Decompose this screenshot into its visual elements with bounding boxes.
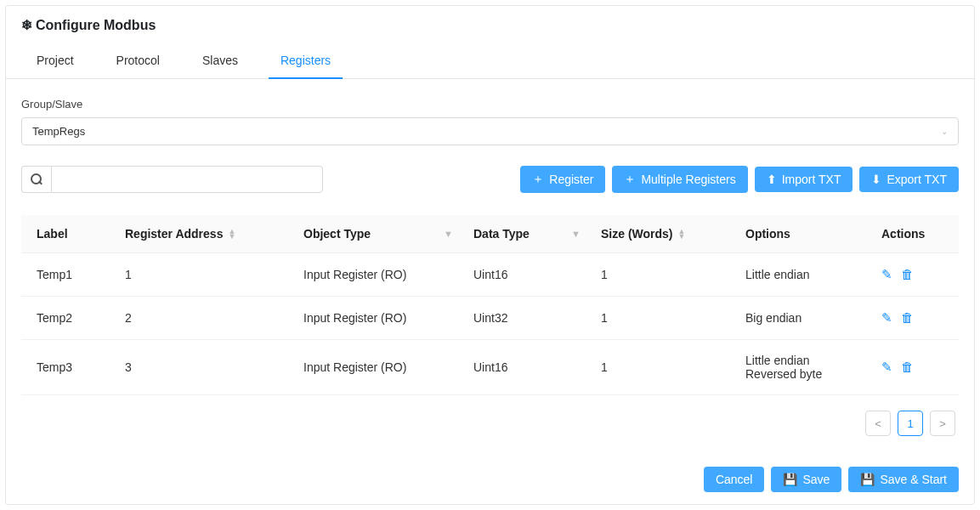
page-prev-button[interactable]: < <box>865 411 891 436</box>
cell-data_type: Uint32 <box>463 297 591 340</box>
panel-title-row: ❄ Configure Modbus <box>21 18 959 33</box>
cell-address: 1 <box>115 253 293 297</box>
registers-table: Label Register Address ▲▼ Object Type ▼ <box>21 215 959 395</box>
edit-icon[interactable]: ✎ <box>881 310 892 326</box>
search-icon <box>31 173 42 185</box>
add-multiple-registers-button[interactable]: ＋ Multiple Registers <box>612 166 747 193</box>
cell-options: Big endian <box>735 297 871 340</box>
tab-protocol[interactable]: Protocol <box>105 43 172 78</box>
table-header: Label Register Address ▲▼ Object Type ▼ <box>21 215 959 253</box>
tab-registers[interactable]: Registers <box>269 43 343 79</box>
filter-icon[interactable]: ▼ <box>571 229 581 239</box>
cell-actions: ✎🗑 <box>871 340 959 395</box>
col-label: Label <box>37 227 68 241</box>
table-row: Temp22Input Register (RO)Uint321Big endi… <box>21 297 959 340</box>
search-icon-box[interactable] <box>21 166 51 193</box>
filter-icon[interactable]: ▼ <box>444 229 453 239</box>
panel-header: ❄ Configure Modbus <box>6 6 974 33</box>
cell-label: Temp2 <box>21 297 115 340</box>
search-group <box>21 166 323 193</box>
toolbar: ＋ Register ＋ Multiple Registers ⬆ Import… <box>21 166 959 193</box>
modbus-config-panel: ❄ Configure Modbus Project Protocol Slav… <box>5 5 975 505</box>
cell-object_type: Input Register (RO) <box>293 340 463 395</box>
group-slave-value: TempRegs <box>32 125 85 138</box>
save-button[interactable]: 💾 Save <box>771 467 841 492</box>
sort-icon[interactable]: ▲▼ <box>678 229 686 239</box>
cell-object_type: Input Register (RO) <box>293 297 463 340</box>
cell-data_type: Uint16 <box>463 340 591 395</box>
cell-object_type: Input Register (RO) <box>293 253 463 297</box>
delete-icon[interactable]: 🗑 <box>901 310 914 326</box>
cell-options: Little endianReversed byte <box>735 340 871 395</box>
cell-options: Little endian <box>735 253 871 297</box>
tab-content: Group/Slave TempRegs ⌄ ＋ Register ＋ Mult… <box>6 79 974 451</box>
cancel-button[interactable]: Cancel <box>704 467 765 492</box>
export-txt-button[interactable]: ⬇ Export TXT <box>859 167 959 192</box>
page-1-button[interactable]: 1 <box>898 411 923 436</box>
pagination: < 1 > <box>21 411 959 436</box>
chevron-down-icon: ⌄ <box>941 127 948 136</box>
import-txt-button[interactable]: ⬆ Import TXT <box>755 167 853 192</box>
cell-actions: ✎🗑 <box>871 253 959 297</box>
tab-project[interactable]: Project <box>25 43 86 78</box>
col-register-address: Register Address <box>125 227 223 241</box>
action-buttons: ＋ Register ＋ Multiple Registers ⬆ Import… <box>520 166 959 193</box>
gear-icon: ❄ <box>21 19 32 32</box>
edit-icon[interactable]: ✎ <box>881 267 892 282</box>
cell-label: Temp1 <box>21 253 115 297</box>
cell-size: 1 <box>591 253 735 297</box>
footer-buttons: Cancel 💾 Save 💾 Save & Start <box>704 467 959 492</box>
edit-icon[interactable]: ✎ <box>881 360 892 375</box>
search-input[interactable] <box>51 166 323 193</box>
delete-icon[interactable]: 🗑 <box>901 267 914 282</box>
save-icon: 💾 <box>860 473 875 486</box>
upload-icon: ⬆ <box>767 173 777 186</box>
tab-slaves[interactable]: Slaves <box>190 43 250 78</box>
cell-size: 1 <box>591 297 735 340</box>
col-actions: Actions <box>881 227 925 241</box>
delete-icon[interactable]: 🗑 <box>901 360 914 375</box>
tab-bar: Project Protocol Slaves Registers <box>6 43 974 79</box>
table-row: Temp33Input Register (RO)Uint161Little e… <box>21 340 959 395</box>
download-icon: ⬇ <box>871 173 881 186</box>
col-options: Options <box>745 227 790 241</box>
table-body: Temp11Input Register (RO)Uint161Little e… <box>21 253 959 395</box>
col-size: Size (Words) <box>601 227 673 241</box>
cell-address: 3 <box>115 340 293 395</box>
cell-data_type: Uint16 <box>463 253 591 297</box>
cell-address: 2 <box>115 297 293 340</box>
group-slave-select[interactable]: TempRegs ⌄ <box>21 117 959 145</box>
cell-size: 1 <box>591 340 735 395</box>
add-register-button[interactable]: ＋ Register <box>520 166 605 193</box>
save-icon: 💾 <box>783 473 797 486</box>
cell-actions: ✎🗑 <box>871 297 959 340</box>
group-slave-label: Group/Slave <box>21 98 959 110</box>
plus-icon: ＋ <box>532 172 544 187</box>
col-object-type: Object Type <box>303 227 371 241</box>
table-row: Temp11Input Register (RO)Uint161Little e… <box>21 253 959 297</box>
col-data-type: Data Type <box>473 227 530 241</box>
sort-icon[interactable]: ▲▼ <box>228 229 235 239</box>
page-next-button[interactable]: > <box>930 411 955 436</box>
panel-title: Configure Modbus <box>36 18 156 33</box>
save-start-button[interactable]: 💾 Save & Start <box>848 467 959 492</box>
plus-icon: ＋ <box>624 172 636 187</box>
cell-label: Temp3 <box>21 340 115 395</box>
